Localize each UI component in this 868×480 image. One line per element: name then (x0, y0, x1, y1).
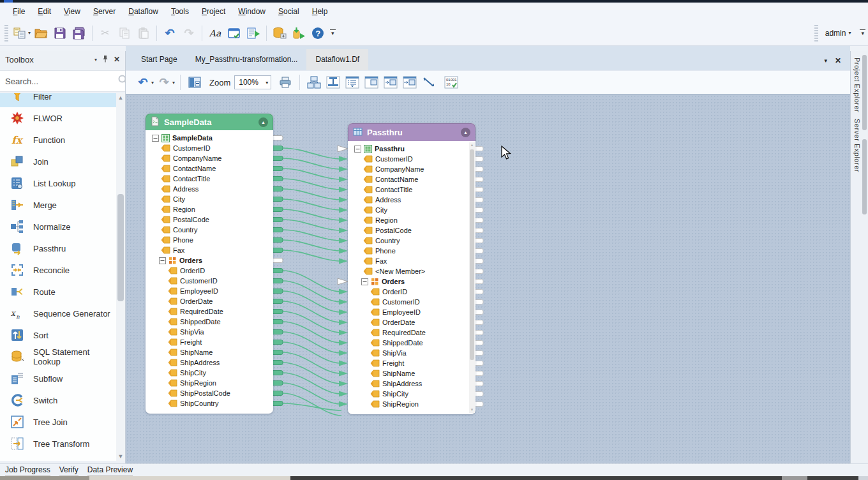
tree-row-freight[interactable]: Freight (146, 337, 273, 347)
toolbox-menu-icon[interactable]: ▾ (94, 57, 97, 63)
tree-row-orders[interactable]: Orders (146, 255, 273, 266)
admin-caret-icon[interactable]: ▾ (848, 30, 851, 36)
tree-row-fax[interactable]: Fax (348, 256, 475, 266)
menu-social[interactable]: Social (272, 4, 306, 19)
tree-row-shipvia[interactable]: ShipVia (348, 348, 475, 358)
open-folder-button[interactable] (33, 25, 49, 41)
connection-wire[interactable] (283, 332, 340, 353)
save-button[interactable] (52, 25, 68, 41)
menu-project[interactable]: Project (195, 4, 232, 19)
menu-edit[interactable]: Edit (31, 4, 57, 19)
toolbox-item-normalize[interactable]: Normalize (0, 216, 116, 237)
undo-button[interactable]: ↶ (161, 25, 178, 41)
help-button[interactable]: ? (310, 25, 326, 41)
connection-wire[interactable] (283, 352, 340, 373)
tree-row-address[interactable]: Address (146, 184, 273, 194)
toolbox-item-join[interactable]: Join (0, 151, 116, 172)
search-input[interactable] (5, 77, 117, 86)
connection-wire[interactable] (283, 240, 340, 251)
connection-wire[interactable] (283, 291, 340, 312)
tab-list-icon[interactable]: ▾ (824, 57, 827, 64)
node-header-passthru[interactable]: Passthru▲ (348, 123, 475, 141)
toolbox-item-tree-join[interactable]: Tree Join (0, 411, 116, 433)
tree-row-phone[interactable]: Phone (146, 235, 273, 245)
connection-wire[interactable] (283, 373, 340, 394)
menu-file[interactable]: File (6, 4, 31, 19)
tree-row-shipcountry[interactable]: ShipCountry (146, 398, 273, 409)
deploy-button[interactable] (290, 25, 307, 41)
preview-binary-icon[interactable]: 0100110 (442, 73, 460, 91)
tree-row-companyname[interactable]: CompanyName (348, 164, 475, 174)
toolbar-overflow-right-icon[interactable]: ▾ (860, 29, 865, 36)
connection-wire[interactable] (283, 250, 340, 261)
node-passthru[interactable]: Passthru▲PassthruCustomerIDCompanyNameCo… (348, 123, 475, 414)
menu-window[interactable]: Window (232, 4, 272, 19)
toolbox-item-sql-statement-lookup[interactable]: SQL Statement Lookup (0, 346, 116, 368)
run-dataflow-button[interactable] (245, 25, 262, 41)
explorer-scroll-thumb2[interactable] (862, 139, 867, 214)
toolbox-item-flwor[interactable]: FLWOR (0, 107, 116, 129)
node-sampledata[interactable]: SampleData▲SampleDataCustomerIDCompanyNa… (146, 114, 273, 414)
copy-button[interactable] (116, 25, 133, 41)
tree-row-orderdate[interactable]: OrderDate (146, 296, 273, 306)
menu-view[interactable]: View (57, 4, 87, 19)
toolbar-overflow-icon[interactable]: ▾ (330, 29, 336, 36)
tree-row-orderid[interactable]: OrderID (348, 287, 475, 297)
tree-row-orderid[interactable]: OrderID (146, 266, 273, 276)
doc-tab-0[interactable]: Start Page (132, 49, 186, 70)
connection-wire[interactable] (283, 199, 340, 210)
toolbox-item-route[interactable]: Route (0, 281, 116, 303)
tree-row-shipregion[interactable]: ShipRegion (146, 378, 273, 388)
draw-link-icon[interactable] (420, 73, 438, 91)
explorer-tab-server-explorer[interactable]: Server Explorer (853, 119, 861, 172)
tree-row-shipcity[interactable]: ShipCity (146, 368, 273, 378)
doc-tab-2[interactable]: Dataflow1.Df (306, 49, 368, 70)
tree-row-shipvia[interactable]: ShipVia (146, 327, 273, 337)
toolbox-item-subflow[interactable]: Subflow (0, 368, 116, 389)
tree-row-postalcode[interactable]: PostalCode (348, 225, 475, 236)
collapse-expander-icon[interactable] (152, 135, 159, 142)
overview-layout-icon[interactable] (186, 73, 204, 91)
scroll-down-icon[interactable]: ▼ (116, 452, 125, 461)
redo-button[interactable]: ↷ (155, 73, 173, 91)
tree-row-region[interactable]: Region (146, 204, 273, 214)
goto-node-icon[interactable] (382, 73, 400, 91)
print-icon[interactable] (276, 73, 294, 91)
horizontal-layout-icon[interactable] (324, 73, 342, 91)
connection-wire[interactable] (283, 342, 340, 363)
tree-row-region[interactable]: Region (348, 215, 475, 225)
connection-wire[interactable] (283, 220, 340, 230)
tree-row-shipaddress[interactable]: ShipAddress (348, 379, 475, 389)
tree-row-orderdate[interactable]: OrderDate (348, 317, 475, 327)
auto-arrange-icon[interactable] (305, 73, 323, 91)
connection-wire[interactable] (283, 393, 341, 416)
paste-button[interactable] (135, 25, 152, 41)
connection-wire[interactable] (283, 271, 340, 292)
tree-row-customerid[interactable]: CustomerID (348, 154, 475, 164)
tree-row-postalcode[interactable]: PostalCode (146, 214, 273, 225)
connection-wire[interactable] (283, 383, 340, 404)
tree-row-orders[interactable]: Orders (348, 276, 475, 287)
doc-tab-1[interactable]: My_Passthru-transformation... (186, 49, 307, 70)
tree-row-employeeid[interactable]: EmployeeID (348, 307, 475, 317)
menu-dataflow[interactable]: Dataflow (122, 4, 165, 19)
explorer-scroll-thumb[interactable] (862, 55, 867, 130)
tree-row-customerid[interactable]: CustomerID (146, 276, 273, 286)
collapse-expander-icon[interactable] (159, 257, 166, 264)
zoom-combo[interactable]: 100% ▾ (234, 75, 271, 89)
tree-row-employeeid[interactable]: EmployeeID (146, 286, 273, 296)
node-header-sampledata[interactable]: SampleData▲ (146, 114, 273, 130)
tab-close-icon[interactable]: ✕ (835, 56, 841, 65)
connection-wire[interactable] (283, 363, 340, 384)
undo-dropdown-icon[interactable]: ▾ (151, 80, 154, 86)
tree-row-shipaddress[interactable]: ShipAddress (146, 357, 273, 368)
tree-row-sampledata[interactable]: SampleData (146, 133, 273, 143)
collapse-expander-icon[interactable] (354, 146, 361, 153)
input-port-structural[interactable] (338, 278, 348, 285)
close-icon[interactable]: ✕ (114, 55, 120, 64)
scroll-up-icon[interactable]: ▲ (116, 93, 125, 102)
connection-wire[interactable] (283, 179, 340, 190)
redo-dropdown-icon[interactable]: ▾ (172, 80, 175, 86)
tree-row-city[interactable]: City (348, 205, 475, 215)
connection-wire[interactable] (283, 189, 340, 200)
